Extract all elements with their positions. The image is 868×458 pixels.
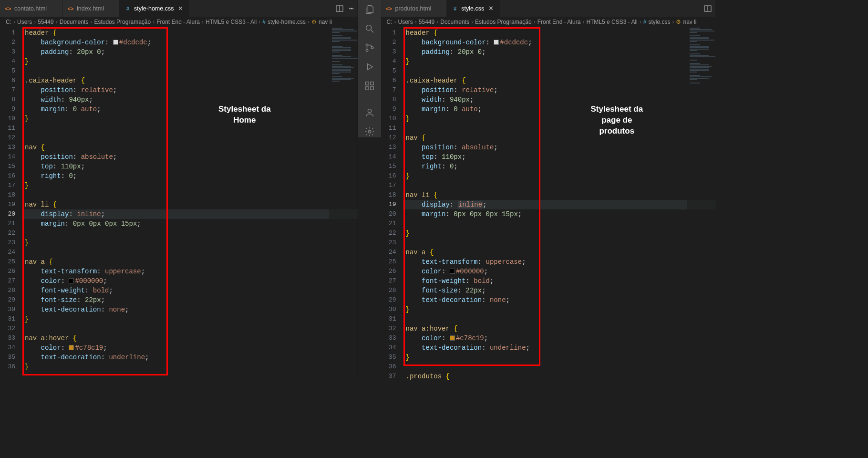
- code-line[interactable]: font-size: 22px;: [403, 286, 716, 295]
- color-swatch[interactable]: [69, 345, 74, 350]
- code-line[interactable]: color: #000000;: [403, 267, 716, 276]
- breadcrumb-segment[interactable]: Users: [398, 19, 413, 25]
- color-swatch[interactable]: [450, 269, 455, 274]
- more-icon[interactable]: ⋯: [349, 4, 354, 13]
- code-line[interactable]: top: 110px;: [403, 152, 716, 162]
- code-line[interactable]: [22, 229, 358, 238]
- code-line[interactable]: font-weight: bold;: [22, 286, 358, 295]
- tab-index-html[interactable]: <>index.html✕: [62, 0, 120, 17]
- tab-produtos-html[interactable]: <>produtos.html✕: [381, 0, 447, 17]
- color-swatch[interactable]: [113, 40, 118, 45]
- code-line[interactable]: }: [403, 305, 716, 314]
- code-line[interactable]: color: #000000;: [22, 276, 358, 286]
- code-line[interactable]: margin: 0px 0px 0px 15px;: [403, 209, 716, 219]
- code-line[interactable]: [22, 190, 358, 200]
- run-debug-icon[interactable]: [364, 61, 375, 73]
- editor-left[interactable]: 1234567891011121314151617181920212223242…: [0, 27, 358, 380]
- code-line[interactable]: nav a:hover {: [403, 324, 716, 333]
- breadcrumb-segment[interactable]: Estudos Programação: [94, 19, 151, 25]
- code-line[interactable]: nav li {: [403, 190, 716, 200]
- code-line[interactable]: background-color: #dcdcdc;: [403, 38, 716, 47]
- code-line[interactable]: margin: 0 auto;: [22, 104, 358, 114]
- code-line[interactable]: nav a {: [22, 257, 358, 267]
- source-control-icon[interactable]: [364, 42, 375, 53]
- code-line[interactable]: text-transform: uppercase;: [22, 267, 358, 276]
- code-line[interactable]: position: absolute;: [22, 152, 358, 162]
- code-line[interactable]: padding: 20px 0;: [403, 47, 716, 57]
- search-icon[interactable]: [364, 23, 375, 34]
- code-line[interactable]: [22, 248, 358, 257]
- color-swatch[interactable]: [69, 278, 74, 283]
- breadcrumb-segment[interactable]: C:: [6, 19, 11, 25]
- code-line[interactable]: }: [403, 57, 716, 66]
- minimap[interactable]: [687, 27, 715, 380]
- breadcrumb-segment[interactable]: Estudos Programação: [475, 19, 532, 25]
- code-line[interactable]: position: absolute;: [403, 143, 716, 152]
- code-line[interactable]: width: 940px;: [403, 95, 716, 104]
- code-line[interactable]: }: [22, 238, 358, 248]
- code-line[interactable]: }: [22, 57, 358, 66]
- breadcrumb-segment[interactable]: Documents: [440, 19, 469, 25]
- code-line[interactable]: text-decoration: underline;: [403, 343, 716, 353]
- breadcrumb-segment[interactable]: 55449: [38, 19, 53, 25]
- split-editor-icon[interactable]: [704, 5, 712, 12]
- close-icon[interactable]: ✕: [176, 5, 184, 12]
- code-line[interactable]: }: [403, 114, 716, 124]
- code-line[interactable]: right: 0;: [403, 162, 716, 171]
- breadcrumb-segment[interactable]: HTML5 e CSS3 - All: [206, 19, 257, 25]
- code-line[interactable]: text-transform: uppercase;: [403, 257, 716, 267]
- tab-style-home-css[interactable]: #style-home.css✕: [120, 0, 189, 17]
- code-line[interactable]: [403, 314, 716, 324]
- editor-right[interactable]: 1234567891011121314151617181920212223242…: [381, 27, 716, 380]
- code-line[interactable]: [22, 324, 358, 333]
- code-line[interactable]: header {: [403, 28, 716, 38]
- close-icon[interactable]: ✕: [487, 5, 495, 12]
- code-line[interactable]: text-decoration: underline;: [22, 353, 358, 362]
- code-line[interactable]: nav {: [403, 133, 716, 143]
- code-line[interactable]: [22, 124, 358, 133]
- code-line[interactable]: nav a:hover {: [22, 333, 358, 343]
- extensions-icon[interactable]: [364, 80, 375, 92]
- code-line[interactable]: width: 940px;: [22, 95, 358, 104]
- code-line[interactable]: }: [22, 114, 358, 124]
- breadcrumb-segment[interactable]: style-home.css: [268, 19, 306, 25]
- files-icon[interactable]: [364, 4, 375, 15]
- breadcrumb-segment[interactable]: Documents: [60, 19, 89, 25]
- breadcrumb-segment[interactable]: Users: [17, 19, 32, 25]
- color-swatch[interactable]: [450, 335, 455, 341]
- code-line[interactable]: }: [403, 229, 716, 238]
- accounts-icon[interactable]: [364, 107, 375, 118]
- code-line[interactable]: [403, 181, 716, 190]
- code-line[interactable]: margin: 0 auto;: [403, 104, 716, 114]
- code-line[interactable]: display: inline;: [22, 209, 358, 219]
- breadcrumb-segment[interactable]: C:: [387, 19, 393, 25]
- code-area[interactable]: header { background-color: #dcdcdc; padd…: [22, 27, 358, 380]
- color-swatch[interactable]: [494, 40, 499, 45]
- code-line[interactable]: }: [403, 353, 716, 362]
- code-line[interactable]: margin: 0px 0px 0px 15px;: [22, 219, 358, 229]
- code-line[interactable]: [403, 66, 716, 76]
- tab-contato-html[interactable]: <>contato.html✕: [0, 0, 62, 17]
- split-editor-icon[interactable]: [336, 5, 343, 12]
- code-line[interactable]: [403, 362, 716, 372]
- tab-style-css[interactable]: #style.css✕: [447, 0, 500, 17]
- code-line[interactable]: color: #c78c19;: [22, 343, 358, 353]
- code-line[interactable]: position: relative;: [22, 85, 358, 95]
- breadcrumb-segment[interactable]: Front End - Alura: [156, 19, 200, 25]
- breadcrumb-segment[interactable]: 55449: [419, 19, 434, 25]
- breadcrumbs-left[interactable]: C:›Users›55449›Documents›Estudos Program…: [0, 17, 358, 27]
- breadcrumb-segment[interactable]: nav li: [683, 19, 696, 25]
- breadcrumb-segment[interactable]: style.css: [648, 19, 670, 25]
- code-line[interactable]: [403, 238, 716, 248]
- code-line[interactable]: .caixa-header {: [403, 76, 716, 85]
- code-line[interactable]: background-color: #dcdcdc;: [22, 38, 358, 47]
- code-line[interactable]: }: [22, 314, 358, 324]
- code-line[interactable]: nav {: [22, 143, 358, 152]
- code-line[interactable]: text-decoration: none;: [403, 295, 716, 305]
- breadcrumb-segment[interactable]: HTML5 e CSS3 - All: [586, 19, 637, 25]
- code-line[interactable]: position: relative;: [403, 85, 716, 95]
- code-line[interactable]: header {: [22, 28, 358, 38]
- code-line[interactable]: color: #c78c19;: [403, 333, 716, 343]
- code-line[interactable]: }: [403, 171, 716, 181]
- code-line[interactable]: }: [22, 181, 358, 190]
